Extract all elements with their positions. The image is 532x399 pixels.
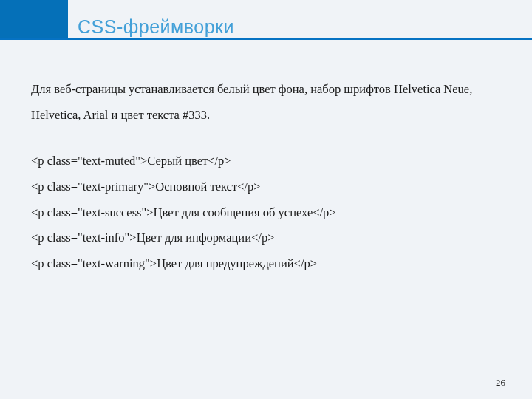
- code-example-line: <p class="text-info">Цвет для информации…: [31, 225, 502, 251]
- slide-header: CSS-фреймворки: [0, 0, 532, 53]
- code-example-line: <p class="text-primary">Основной текст</…: [31, 174, 502, 200]
- header-underline: [0, 38, 532, 40]
- code-example-line: <p class="text-muted">Серый цвет</p>: [31, 149, 502, 174]
- slide-content: Для веб-страницы устанавливается белый ц…: [0, 53, 532, 276]
- code-example-line: <p class="text-warning">Цвет для предупр…: [31, 251, 502, 277]
- page-number: 26: [496, 377, 505, 389]
- header-accent-box: [0, 0, 68, 38]
- page-title: CSS-фреймворки: [78, 16, 234, 38]
- intro-paragraph: Для веб-страницы устанавливается белый ц…: [31, 77, 502, 128]
- code-example-line: <p class="text-success">Цвет для сообщен…: [31, 200, 502, 226]
